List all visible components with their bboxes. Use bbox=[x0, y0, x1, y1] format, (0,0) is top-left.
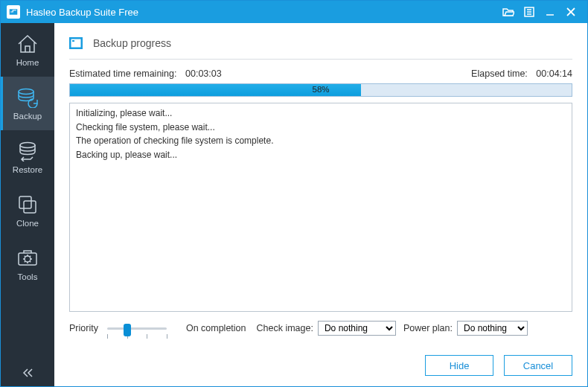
svg-rect-10 bbox=[19, 196, 31, 208]
power-plan-label: Power plan: bbox=[403, 323, 453, 333]
svg-rect-16 bbox=[72, 40, 74, 42]
page-icon bbox=[69, 36, 83, 50]
sidebar-item-backup[interactable]: Backup bbox=[1, 77, 54, 130]
backup-icon bbox=[15, 86, 40, 109]
page-title: Backup progress bbox=[93, 37, 171, 49]
sidebar-item-restore[interactable]: Restore bbox=[1, 130, 54, 184]
sidebar-item-tools[interactable]: Tools bbox=[1, 237, 54, 291]
collapse-sidebar-button[interactable] bbox=[1, 359, 54, 386]
log-icon[interactable] bbox=[519, 1, 540, 22]
check-image-label: Check image: bbox=[257, 323, 313, 333]
log-output: Initializing, please wait...Checking fil… bbox=[69, 103, 572, 312]
log-line: The operation of checking file system is… bbox=[76, 134, 566, 148]
page-header: Backup progress bbox=[69, 33, 572, 53]
progress-bar: 58% bbox=[69, 83, 572, 97]
sidebar-item-label: Clone bbox=[16, 219, 39, 228]
elapsed-value: 00:04:14 bbox=[536, 68, 572, 79]
sidebar-item-clone[interactable]: Clone bbox=[1, 184, 54, 237]
sidebar-item-home[interactable]: Home bbox=[1, 23, 54, 77]
hide-button[interactable]: Hide bbox=[425, 355, 493, 376]
priority-label: Priority bbox=[69, 323, 98, 333]
action-row: Hide Cancel bbox=[69, 355, 572, 376]
sidebar: Home Backup Restore Clone bbox=[1, 23, 54, 386]
remaining-label: Estimated time remaining: bbox=[69, 68, 177, 79]
sidebar-item-label: Restore bbox=[13, 165, 42, 174]
app-title: Hasleo Backup Suite Free bbox=[26, 7, 498, 18]
main-panel: Backup progress Estimated time remaining… bbox=[54, 23, 587, 386]
svg-rect-11 bbox=[24, 201, 36, 213]
tools-icon bbox=[15, 247, 40, 269]
close-button[interactable] bbox=[560, 1, 581, 22]
cancel-button[interactable]: Cancel bbox=[504, 355, 572, 376]
clone-icon bbox=[15, 194, 40, 216]
svg-point-8 bbox=[19, 89, 33, 95]
restore-icon bbox=[15, 140, 40, 162]
check-image-select[interactable]: Do nothing bbox=[318, 321, 396, 336]
options-row: Priority On completion Check image: Do n… bbox=[69, 319, 572, 337]
progress-percent: 58% bbox=[312, 85, 329, 94]
log-line: Checking file system, please wait... bbox=[76, 121, 566, 135]
minimize-button[interactable] bbox=[540, 1, 560, 22]
open-icon[interactable] bbox=[498, 1, 519, 22]
divider bbox=[69, 59, 572, 60]
on-completion-label: On completion bbox=[186, 323, 246, 333]
time-row: Estimated time remaining: 00:03:03 Elaps… bbox=[69, 68, 572, 79]
log-line: Initializing, please wait... bbox=[76, 106, 566, 121]
remaining-value: 00:03:03 bbox=[185, 68, 222, 79]
elapsed-label: Elapsed time: bbox=[471, 68, 528, 79]
svg-point-9 bbox=[20, 143, 35, 148]
sidebar-item-label: Tools bbox=[18, 272, 38, 281]
titlebar: Hasleo Backup Suite Free bbox=[1, 1, 587, 23]
power-plan-select[interactable]: Do nothing bbox=[457, 321, 528, 336]
home-icon bbox=[15, 33, 40, 55]
svg-point-13 bbox=[25, 256, 31, 262]
sidebar-item-label: Backup bbox=[13, 112, 42, 121]
sidebar-item-label: Home bbox=[16, 58, 39, 67]
priority-slider[interactable] bbox=[107, 319, 167, 337]
app-icon bbox=[7, 5, 20, 19]
log-line: Backing up, please wait... bbox=[76, 148, 566, 162]
